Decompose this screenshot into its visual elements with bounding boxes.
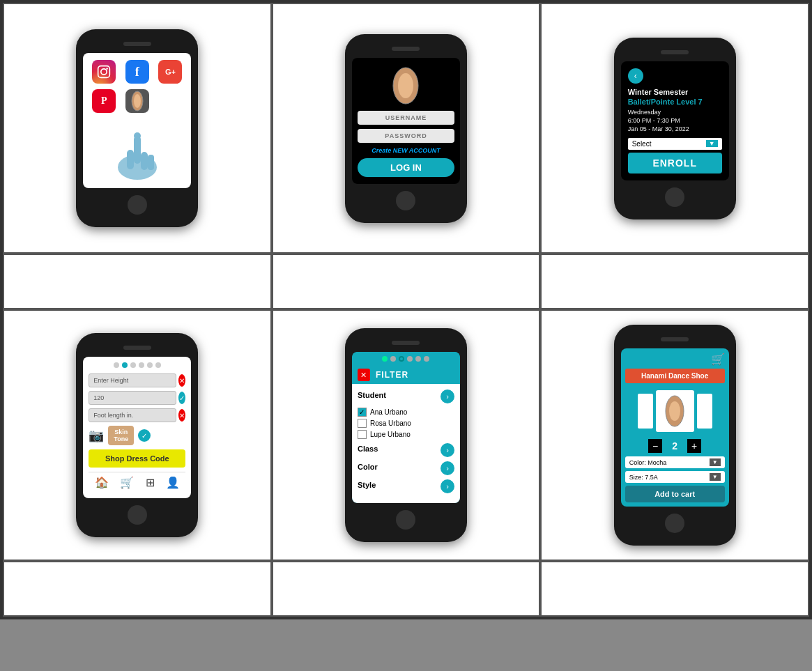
quantity-row: − 2 + (625, 439, 725, 453)
cell-phone-enroll: ‹ Winter Semester Ballet/Pointe Level 7 … (540, 3, 809, 254)
cart-nav-icon[interactable]: 🛒 (120, 476, 134, 489)
lupe-checkbox[interactable] (358, 430, 367, 439)
foot-clear-btn[interactable]: ✕ (178, 409, 185, 422)
rosa-checkbox[interactable] (358, 419, 367, 428)
time-label: 6:00 PM - 7:30 PM (628, 117, 722, 124)
foot-input[interactable] (89, 408, 176, 422)
filter-body: Student › ✓ Ana Urbano Rosa Urbano L (352, 384, 460, 503)
student-expand-btn[interactable]: › (441, 390, 454, 403)
svg-rect-0 (98, 66, 110, 78)
class-filter-row: Class › (358, 443, 454, 457)
phone-screen-6: 🛒 Hanami Dance Shoe (621, 348, 729, 507)
grid-nav-icon[interactable]: ⊞ (146, 476, 155, 489)
height-value-row: ✓ (89, 391, 185, 405)
fdot-2 (390, 356, 396, 362)
ana-label: Ana Urbano (370, 408, 407, 416)
hand-tap-area (87, 118, 187, 181)
cart-header-icon[interactable]: 🛒 (711, 353, 725, 366)
cell-phone-login: Create NEW ACCOUNT LOG IN (272, 3, 541, 254)
height-input[interactable] (89, 373, 176, 387)
phone-speaker-3 (661, 50, 689, 54)
cell-empty-3 (540, 254, 809, 309)
svg-point-4 (134, 94, 141, 108)
dot-6 (155, 362, 161, 368)
phone-home-button-3[interactable] (665, 187, 684, 207)
svg-rect-9 (141, 152, 148, 170)
pinterest-icon[interactable]: P (92, 89, 116, 113)
ana-checkbox[interactable]: ✓ (358, 408, 367, 417)
camera-icon[interactable]: 📷 (89, 428, 104, 443)
camera-row: 📷 SkinTone ✓ (89, 426, 185, 445)
password-input[interactable] (358, 129, 454, 143)
day-label: Wednesday (628, 109, 722, 116)
phone-home-button-5[interactable] (396, 510, 415, 530)
phone-screen-2: Create NEW ACCOUNT LOG IN (352, 58, 460, 184)
back-button[interactable]: ‹ (628, 68, 643, 84)
home-nav-icon[interactable]: 🏠 (95, 476, 109, 489)
qty-increase-btn[interactable]: + (687, 439, 701, 453)
filter-title-label: FILTER (376, 370, 408, 380)
svg-rect-6 (134, 136, 141, 164)
phone-home-button-4[interactable] (128, 505, 147, 525)
color-dropdown-arrow: ▼ (710, 458, 721, 466)
phone-home-button[interactable] (128, 195, 147, 215)
shop-dress-code-button[interactable]: Shop Dress Code (89, 449, 185, 468)
cell-phone-apps: f G+ P (3, 3, 272, 254)
dot-5 (147, 362, 153, 368)
student-checkbox-lupe: Lupe Urbano (358, 430, 454, 439)
add-to-cart-button[interactable]: Add to cart (625, 486, 725, 502)
cell-phone-shop: 🛒 Hanami Dance Shoe (540, 309, 809, 561)
empty-slot (158, 89, 182, 113)
select-wrapper[interactable]: Select ▼ (628, 138, 722, 150)
height-clear-btn[interactable]: ✕ (178, 374, 185, 387)
fdot-4 (407, 356, 413, 362)
height-input-row: ✕ (89, 373, 185, 387)
phone-screen-4: ✕ ✓ ✕ 📷 SkinTone ✓ (83, 357, 191, 498)
app-logo-icon[interactable] (125, 89, 149, 113)
instagram-icon[interactable] (92, 60, 116, 84)
skin-confirm-btn[interactable]: ✓ (138, 429, 151, 442)
svg-rect-10 (148, 155, 154, 170)
filter-close-btn[interactable]: ✕ (358, 369, 370, 381)
size-dropdown-arrow: ▼ (710, 473, 721, 481)
class-label: Class (358, 445, 378, 453)
cell-phone-filter: ✕ FILTER Student › ✓ Ana Urbano (272, 309, 541, 561)
phone-speaker-6 (661, 337, 689, 341)
style-expand-btn[interactable]: › (441, 479, 454, 493)
student-label: Student (358, 391, 386, 399)
phone-frame-2: Create NEW ACCOUNT LOG IN (345, 34, 467, 223)
dot-2 (122, 362, 128, 368)
dot-4 (139, 362, 144, 368)
phone-frame-6: 🛒 Hanami Dance Shoe (614, 325, 736, 546)
facebook-icon[interactable]: f (125, 60, 149, 84)
phone-home-button-2[interactable] (396, 191, 415, 210)
phone-frame-1: f G+ P (76, 29, 198, 227)
height-confirm-btn[interactable]: ✓ (178, 392, 185, 404)
size-select-row[interactable]: Size: 7.5A ▼ (625, 471, 725, 483)
class-expand-btn[interactable]: › (441, 443, 454, 457)
create-account-link[interactable]: Create NEW ACCOUNT (371, 147, 441, 154)
profile-nav-icon[interactable]: 👤 (166, 476, 180, 489)
qty-decrease-btn[interactable]: − (648, 439, 662, 453)
phone-screen-5: ✕ FILTER Student › ✓ Ana Urbano (352, 352, 460, 503)
fdot-3 (399, 356, 404, 362)
product-panel-left (638, 394, 653, 429)
login-button[interactable]: LOG IN (358, 158, 454, 177)
main-grid: f G+ P (0, 0, 812, 619)
bottom-cell-1 (3, 561, 272, 617)
skin-tone-button[interactable]: SkinTone (108, 426, 134, 445)
google-icon[interactable]: G+ (158, 60, 182, 84)
enroll-button[interactable]: ENROLL (628, 153, 722, 173)
product-main-image (656, 390, 694, 432)
cell-empty-1 (3, 254, 272, 309)
select-arrow-icon: ▼ (706, 140, 718, 147)
height-value-input[interactable] (89, 391, 176, 405)
svg-point-14 (669, 401, 680, 421)
phone-home-button-6[interactable] (665, 514, 684, 533)
semester-label: Winter Semester (628, 88, 722, 96)
color-select-row[interactable]: Color: Mocha ▼ (625, 456, 725, 468)
username-input[interactable] (358, 111, 454, 125)
select-label: Select (632, 140, 652, 148)
color-expand-btn[interactable]: › (441, 461, 454, 475)
lupe-label: Lupe Urbano (370, 431, 411, 438)
